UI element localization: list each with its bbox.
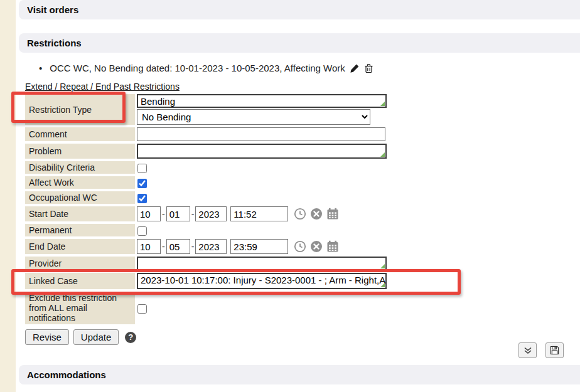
permanent-label: Permanent — [25, 224, 135, 236]
resize-grip-icon[interactable] — [380, 102, 385, 106]
bullet-marker: • — [39, 63, 42, 73]
revise-button[interactable]: Revise — [25, 329, 69, 345]
floppy-save-icon — [550, 346, 559, 355]
restriction-item-text: OCC WC, No Bending dated: 10-01-2023 - 1… — [50, 63, 345, 73]
collapse-section-button[interactable] — [518, 342, 537, 358]
date-separator: - — [162, 209, 165, 219]
start-date-label: Start Date — [25, 206, 135, 221]
start-date-month-input[interactable] — [137, 206, 161, 221]
form-row-problem: Problem — [25, 144, 580, 159]
double-chevron-down-icon — [524, 347, 532, 354]
date-separator: - — [162, 241, 165, 252]
exclude-email-label: Exclude this restriction from ALL email … — [25, 292, 135, 324]
permanent-checkbox[interactable] — [137, 226, 147, 236]
form-row-linked-case: Linked Case 2023-10-01 10:17:00: Injury … — [25, 273, 580, 289]
start-date-day-input[interactable] — [166, 206, 190, 221]
form-row-affect-work: Affect Work — [25, 176, 580, 189]
form-row-end-date: End Date - - — [25, 239, 580, 254]
form-row-exclude-email: Exclude this restriction from ALL email … — [25, 292, 580, 324]
resize-grip-icon[interactable] — [380, 283, 385, 287]
problem-label: Problem — [25, 144, 135, 159]
visit-orders-title: Visit orders — [27, 4, 78, 15]
extend-repeat-end-link[interactable]: Extend / Repeat / End Past Restrictions — [25, 82, 180, 92]
resize-grip-icon[interactable] — [380, 264, 385, 268]
restrictions-title: Restrictions — [27, 38, 82, 48]
occupational-wc-checkbox[interactable] — [137, 194, 147, 203]
disability-criteria-label: Disability Criteria — [25, 161, 135, 174]
resize-grip-icon[interactable] — [380, 152, 385, 157]
provider-input[interactable] — [137, 257, 387, 270]
restriction-type-label: Restriction Type — [25, 94, 135, 125]
restriction-list-item: • OCC WC, No Bending dated: 10-01-2023 -… — [39, 63, 580, 73]
problem-input[interactable] — [137, 144, 387, 159]
accommodations-title: Accommodations — [27, 369, 106, 380]
main-content: Visit orders Restrictions • OCC WC, No B… — [16, 0, 580, 345]
end-date-label: End Date — [25, 239, 135, 254]
help-icon[interactable]: ? — [125, 332, 136, 343]
start-date-year-input[interactable] — [195, 206, 227, 221]
form-row-comment: Comment — [25, 127, 580, 141]
section-header-accommodations: Accommodations — [19, 365, 580, 384]
end-time-input[interactable] — [230, 239, 288, 254]
restriction-type-fields: Bending No Bending — [137, 94, 387, 125]
affect-work-label: Affect Work — [25, 176, 135, 189]
clock-icon[interactable] — [294, 208, 306, 220]
section-header-restrictions: Restrictions — [19, 33, 580, 53]
clock-icon[interactable] — [294, 240, 306, 253]
comment-input[interactable] — [137, 127, 385, 141]
form-row-restriction-type: Restriction Type Bending No Bending — [25, 94, 580, 125]
pencil-icon[interactable] — [350, 63, 360, 73]
affect-work-checkbox[interactable] — [137, 179, 147, 188]
clear-circle-icon[interactable] — [310, 208, 323, 220]
end-date-day-input[interactable] — [166, 239, 190, 254]
linked-case-input[interactable]: 2023-10-01 10:17:00: Injury - S2023-0001… — [137, 273, 387, 289]
save-section-button[interactable] — [545, 342, 564, 358]
form-row-permanent: Permanent — [25, 224, 580, 236]
restriction-type-select[interactable]: No Bending — [137, 109, 370, 125]
end-date-year-input[interactable] — [195, 239, 227, 254]
form-row-occupational-wc: Occupational WC — [25, 191, 580, 204]
restriction-type-search-input[interactable]: Bending — [137, 94, 387, 108]
form-row-disability-criteria: Disability Criteria — [25, 161, 580, 174]
clear-circle-icon[interactable] — [310, 240, 323, 253]
provider-label: Provider — [25, 257, 135, 270]
linked-case-label: Linked Case — [25, 273, 135, 289]
date-separator: - — [191, 209, 195, 219]
restriction-form: Restriction Type Bending No Bending Comm… — [25, 94, 580, 324]
date-separator: - — [191, 241, 195, 252]
trash-icon[interactable] — [364, 63, 373, 73]
occupational-wc-label: Occupational WC — [25, 191, 135, 204]
section-toolbar — [518, 342, 564, 358]
exclude-email-checkbox[interactable] — [137, 304, 147, 314]
start-time-input[interactable] — [230, 206, 288, 221]
section-header-visit-orders: Visit orders — [19, 0, 580, 19]
calendar-icon[interactable] — [326, 208, 339, 220]
end-date-month-input[interactable] — [137, 239, 161, 254]
form-row-provider: Provider — [25, 257, 580, 270]
left-margin-strip — [0, 0, 16, 392]
comment-label: Comment — [25, 127, 135, 141]
update-button[interactable]: Update — [73, 329, 119, 345]
disability-criteria-checkbox[interactable] — [137, 164, 147, 173]
page: Visit orders Restrictions • OCC WC, No B… — [0, 0, 580, 392]
calendar-icon[interactable] — [326, 240, 339, 253]
form-row-start-date: Start Date - - — [25, 206, 580, 221]
form-buttons-row: Revise Update ? — [25, 329, 580, 345]
